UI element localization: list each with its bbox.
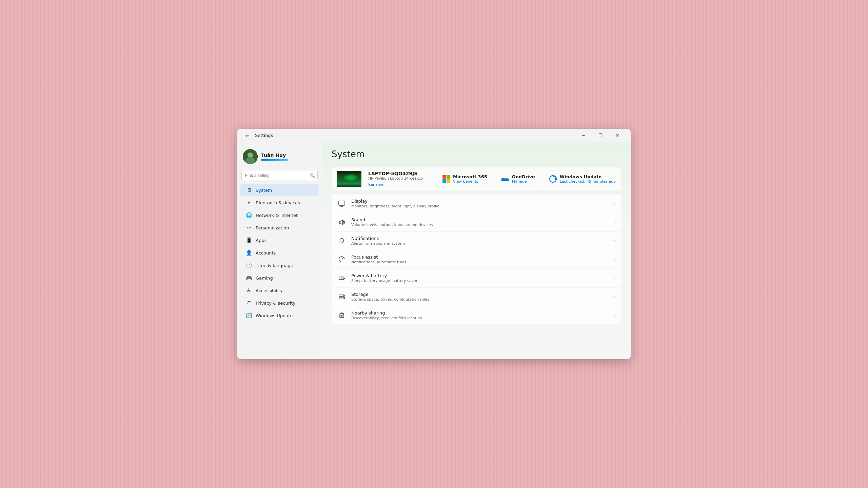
sidebar-item-personalization[interactable]: ✏ Personalization — [240, 222, 319, 234]
focusassist-title: Focus assist — [351, 255, 609, 260]
onedrive-sub[interactable]: Manage — [512, 179, 535, 184]
search-icon: 🔍 — [310, 173, 315, 178]
sidebar-item-system[interactable]: 🖥 System — [240, 184, 319, 196]
privacy-icon: 🛡 — [245, 300, 252, 306]
microsoft365-text: Microsoft 365 View benefits — [453, 174, 487, 184]
avatar-image — [243, 149, 258, 164]
display-text: Display Monitors, brightness, night ligh… — [351, 199, 609, 208]
microsoft365-title: Microsoft 365 — [453, 174, 487, 179]
onedrive-title: OneDrive — [512, 174, 535, 179]
sound-title: Sound — [351, 217, 609, 222]
main-content: Tuấn Huy 🔍 🖥 System ⚡ Bluetooth & device… — [237, 142, 631, 359]
sidebar-label-accounts: Accounts — [256, 250, 276, 256]
gaming-icon: 🎮 — [245, 274, 252, 281]
sidebar-item-gaming[interactable]: 🎮 Gaming — [240, 272, 319, 284]
nearbysharing-sub: Discoverability, received files location — [351, 316, 609, 320]
settings-item-nearbysharing[interactable]: Nearby sharing Discoverability, received… — [332, 306, 621, 324]
info-divider-2 — [494, 173, 494, 185]
personalization-icon: ✏ — [245, 224, 252, 231]
network-icon: 🌐 — [245, 212, 252, 219]
onedrive-item[interactable]: OneDrive Manage — [501, 174, 535, 184]
minimize-button[interactable]: − — [576, 130, 591, 141]
bluetooth-icon: ⚡ — [245, 199, 252, 206]
sound-chevron: › — [614, 220, 616, 225]
powerbattery-chevron: › — [614, 276, 616, 281]
focusassist-icon — [337, 255, 347, 264]
sidebar-item-accessibility[interactable]: ♿ Accessibility — [240, 284, 319, 297]
titlebar: ← Settings − ❐ ✕ — [237, 129, 631, 142]
sidebar-item-network[interactable]: 🌐 Network & internet — [240, 209, 319, 221]
svg-rect-14 — [344, 278, 345, 279]
computer-thumbnail — [337, 171, 361, 187]
sidebar-item-bluetooth[interactable]: ⚡ Bluetooth & devices — [240, 197, 319, 209]
sound-sub: Volume levels, output, input, sound devi… — [351, 223, 609, 227]
microsoft365-item[interactable]: Microsoft 365 View benefits — [442, 174, 487, 184]
nearbysharing-text: Nearby sharing Discoverability, received… — [351, 310, 609, 320]
sound-icon — [337, 218, 347, 227]
nav-list: 🖥 System ⚡ Bluetooth & devices 🌐 Network… — [237, 184, 322, 322]
sidebar: Tuấn Huy 🔍 🖥 System ⚡ Bluetooth & device… — [237, 142, 322, 359]
window-controls: − ❐ ✕ — [576, 130, 625, 141]
windowsupdate-title: Windows Update — [560, 174, 616, 179]
sidebar-label-update: Windows Update — [256, 313, 293, 318]
avatar — [243, 149, 258, 164]
search-input[interactable] — [241, 171, 318, 180]
powerbattery-text: Power & battery Sleep, battery usage, ba… — [351, 273, 609, 283]
settings-window: ← Settings − ❐ ✕ — [237, 129, 631, 359]
settings-item-display[interactable]: Display Monitors, brightness, night ligh… — [332, 195, 621, 212]
computer-model: HP Pavilion Laptop 14-ce1xxx — [368, 176, 428, 181]
settings-item-powerbattery[interactable]: Power & battery Sleep, battery usage, ba… — [332, 269, 621, 287]
svg-rect-4 — [447, 175, 450, 179]
sidebar-item-update[interactable]: 🔄 Windows Update — [240, 309, 319, 322]
settings-list: Display Monitors, brightness, night ligh… — [322, 195, 631, 359]
sidebar-label-gaming: Gaming — [256, 276, 273, 281]
system-icon: 🖥 — [245, 187, 252, 194]
svg-point-2 — [245, 157, 255, 164]
svg-rect-9 — [339, 201, 345, 205]
sidebar-item-accounts[interactable]: 👤 Accounts — [240, 247, 319, 259]
sidebar-label-bluetooth: Bluetooth & devices — [256, 200, 300, 205]
focusassist-text: Focus assist Notifications, automatic ru… — [351, 255, 609, 264]
powerbattery-sub: Sleep, battery usage, battery saver — [351, 279, 609, 283]
microsoft365-sub[interactable]: View benefits — [453, 179, 487, 184]
settings-item-storage[interactable]: Storage Storage space, drives, configura… — [332, 288, 621, 306]
computer-name: LAPTOP-5QO429JS — [368, 171, 428, 176]
notifications-icon — [337, 236, 347, 246]
svg-rect-13 — [339, 277, 344, 280]
svg-point-1 — [248, 152, 253, 158]
sidebar-item-privacy[interactable]: 🛡 Privacy & security — [240, 297, 319, 309]
windowsupdate-sub: Last checked: 49 minutes ago — [560, 179, 616, 184]
focusassist-sub: Notifications, automatic rules — [351, 260, 609, 264]
sidebar-label-network: Network & internet — [256, 213, 298, 218]
settings-item-sound[interactable]: Sound Volume levels, output, input, soun… — [332, 213, 621, 231]
settings-item-notifications[interactable]: Notifications Alerts from apps and syste… — [332, 232, 621, 250]
close-button[interactable]: ✕ — [610, 130, 625, 141]
powerbattery-icon — [337, 273, 347, 283]
sound-text: Sound Volume levels, output, input, soun… — [351, 217, 609, 227]
user-profile: Tuấn Huy — [237, 146, 322, 169]
right-panel: System LAPTOP-5QO429JS HP Pavilion Lapto… — [322, 142, 631, 359]
update-icon: 🔄 — [245, 312, 252, 319]
rename-link[interactable]: Rename — [368, 182, 383, 187]
nearbysharing-title: Nearby sharing — [351, 310, 609, 316]
svg-rect-5 — [442, 179, 446, 183]
display-icon — [337, 199, 347, 208]
panel-header: System — [322, 142, 631, 167]
sidebar-item-time[interactable]: 🕐 Time & language — [240, 259, 319, 271]
settings-item-focusassist[interactable]: Focus assist Notifications, automatic ru… — [332, 250, 621, 268]
sidebar-item-apps[interactable]: 📱 Apps — [240, 234, 319, 246]
windowsupdate-item[interactable]: Windows Update Last checked: 49 minutes … — [549, 174, 616, 184]
storage-title: Storage — [351, 292, 609, 297]
focusassist-chevron: › — [614, 257, 616, 262]
nearbysharing-chevron: › — [614, 313, 616, 318]
storage-chevron: › — [614, 294, 616, 299]
display-chevron: › — [614, 201, 616, 206]
notifications-chevron: › — [614, 239, 616, 243]
restore-button[interactable]: ❐ — [593, 130, 608, 141]
page-title: System — [332, 149, 621, 159]
nearbysharing-icon — [337, 311, 347, 320]
storage-text: Storage Storage space, drives, configura… — [351, 292, 609, 302]
onedrive-text: OneDrive Manage — [512, 174, 535, 184]
back-button[interactable]: ← — [243, 131, 252, 140]
svg-rect-3 — [442, 175, 446, 179]
